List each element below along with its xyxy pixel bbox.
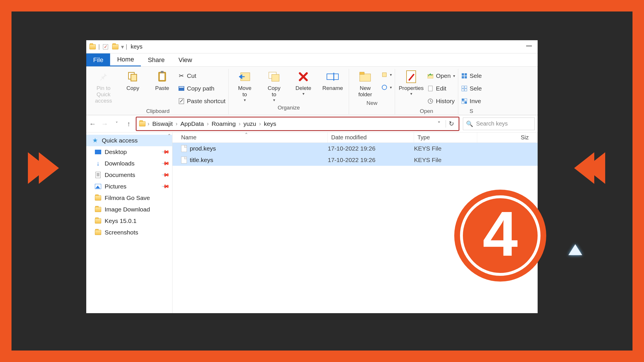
tab-view[interactable]: View <box>172 53 199 66</box>
svg-rect-22 <box>465 73 467 76</box>
delete-icon <box>297 70 310 83</box>
folder-icon <box>111 43 119 51</box>
address-history-button[interactable]: ˅ <box>435 120 443 127</box>
folder-icon <box>138 120 146 128</box>
svg-rect-23 <box>462 76 464 78</box>
new-item-button[interactable]: ▾ <box>381 69 392 80</box>
ribbon-group-open: Properties▾ Open ▾ Edit Hi <box>395 69 458 114</box>
copy-path-button[interactable]: Copy path <box>178 83 225 94</box>
column-header-name[interactable]: Name <box>172 132 328 143</box>
qat-checkbox-icon[interactable]: ✓ <box>101 43 110 51</box>
sidebar-quick-access[interactable]: ★ Quick access <box>86 135 172 146</box>
pin-icon: 📌 <box>161 159 170 168</box>
prev-slide-button[interactable] <box>39 152 59 184</box>
sidebar-item-folder[interactable]: Keys 15.0.1 <box>86 215 172 227</box>
column-header-type[interactable]: Type <box>414 132 477 143</box>
file-explorer-window: | ✓ ▾ | keys File Home Share View <box>86 40 538 313</box>
file-icon <box>181 157 187 163</box>
sidebar-item-desktop[interactable]: Desktop 📌 <box>86 146 172 158</box>
nav-up-button[interactable]: ↑ <box>125 120 132 128</box>
copy-to-button[interactable]: Copy to▾ <box>261 69 287 103</box>
new-item-icon <box>381 72 388 78</box>
sidebar-item-downloads[interactable]: ↓ Downloads 📌 <box>86 158 172 169</box>
svg-rect-21 <box>462 73 464 76</box>
scroll-up-icon[interactable]: ⌃ <box>167 133 171 138</box>
breadcrumb-segment[interactable]: Biswajit <box>151 120 175 128</box>
properties-icon <box>405 70 418 83</box>
sidebar-item-folder[interactable]: Filmora Go Save <box>86 192 172 204</box>
sort-indicator-icon: ⌃ <box>244 132 248 137</box>
rename-icon <box>326 70 339 83</box>
invert-selection-button[interactable]: Inve <box>461 95 482 107</box>
history-icon <box>427 98 434 104</box>
column-headers: ⌃ Name Date modified Type Siz <box>172 132 538 143</box>
copy-button[interactable]: Copy <box>120 69 146 93</box>
new-folder-button[interactable]: New folder <box>352 69 378 99</box>
invert-icon <box>461 98 467 104</box>
open-icon <box>427 73 434 79</box>
sidebar-item-documents[interactable]: Documents 📌 <box>86 169 172 181</box>
sidebar-item-folder[interactable]: Image Download <box>86 204 172 215</box>
breadcrumb-segment[interactable]: keys <box>262 120 278 128</box>
search-input[interactable]: 🔍 Search keys <box>463 118 535 130</box>
svg-rect-11 <box>327 74 338 80</box>
column-header-size[interactable]: Siz <box>477 132 538 143</box>
paste-button[interactable]: Paste <box>149 69 175 93</box>
history-button[interactable]: History <box>427 95 455 107</box>
folder-icon <box>89 43 97 51</box>
ribbon-group-clipboard: Pin to Quick access Copy Paste <box>87 69 229 114</box>
select-none-icon <box>461 85 467 92</box>
ribbon: Pin to Quick access Copy Paste <box>86 67 538 115</box>
search-icon: 🔍 <box>466 120 473 127</box>
easy-access-button[interactable]: ▾ <box>381 82 392 93</box>
tab-file[interactable]: File <box>86 53 110 66</box>
delete-button[interactable]: Delete▾ <box>290 69 317 97</box>
edit-button[interactable]: Edit <box>427 83 455 94</box>
tab-share[interactable]: Share <box>141 53 172 66</box>
group-label-open: Open <box>420 108 433 114</box>
nav-forward-button[interactable]: → <box>101 120 108 128</box>
properties-button[interactable]: Properties▾ <box>398 69 424 97</box>
pin-icon <box>97 70 110 83</box>
scissors-icon: ✂ <box>178 73 185 79</box>
pin-to-quick-access-button[interactable]: Pin to Quick access <box>90 69 117 105</box>
minimize-button[interactable] <box>523 43 535 49</box>
breadcrumb-segment[interactable]: Roaming <box>210 120 237 128</box>
cut-button[interactable]: ✂ Cut <box>178 70 225 82</box>
folder-icon <box>95 218 101 224</box>
nav-recent-button[interactable]: ˅ <box>113 121 120 126</box>
file-row[interactable]: title.keys 17-10-2022 19:26 KEYS File <box>172 154 538 166</box>
column-header-date[interactable]: Date modified <box>328 132 414 143</box>
next-slide-button[interactable] <box>574 152 605 184</box>
svg-rect-13 <box>360 74 371 81</box>
folder-icon <box>95 229 101 236</box>
file-icon <box>181 145 187 152</box>
nav-back-button[interactable]: ← <box>89 120 96 128</box>
svg-rect-26 <box>465 86 467 88</box>
move-to-button[interactable]: Move to▾ <box>231 69 258 103</box>
rename-button[interactable]: Rename <box>319 69 346 93</box>
pin-icon: 📌 <box>161 147 170 156</box>
address-bar[interactable]: › Biswajit › AppData › Roaming › yuzu › … <box>136 117 459 131</box>
file-row[interactable]: prod.keys 17-10-2022 19:26 KEYS File <box>172 143 538 154</box>
svg-rect-25 <box>462 86 464 88</box>
paste-icon <box>156 70 169 83</box>
paste-shortcut-button[interactable]: Paste shortcut <box>178 95 225 107</box>
svg-rect-30 <box>465 101 467 104</box>
new-folder-icon <box>359 70 372 83</box>
folder-icon <box>95 206 101 213</box>
select-none-button[interactable]: Sele <box>461 83 482 94</box>
breadcrumb-segment[interactable]: yuzu <box>242 120 258 128</box>
refresh-button[interactable]: ↻ <box>446 120 457 128</box>
sidebar-item-pictures[interactable]: Pictures 📌 <box>86 181 172 192</box>
svg-rect-15 <box>382 73 386 77</box>
svg-rect-1 <box>131 74 137 81</box>
breadcrumb-segment[interactable]: AppData <box>179 120 206 128</box>
navigation-bar: ← → ˅ ↑ › Biswajit › AppData › Roaming ›… <box>86 115 538 132</box>
sidebar-item-folder[interactable]: Screenshots <box>86 227 172 238</box>
svg-rect-10 <box>272 74 279 81</box>
select-all-button[interactable]: Sele <box>461 70 482 82</box>
open-button[interactable]: Open ▾ <box>427 70 455 82</box>
copy-path-icon <box>178 85 185 92</box>
tab-home[interactable]: Home <box>110 53 141 66</box>
